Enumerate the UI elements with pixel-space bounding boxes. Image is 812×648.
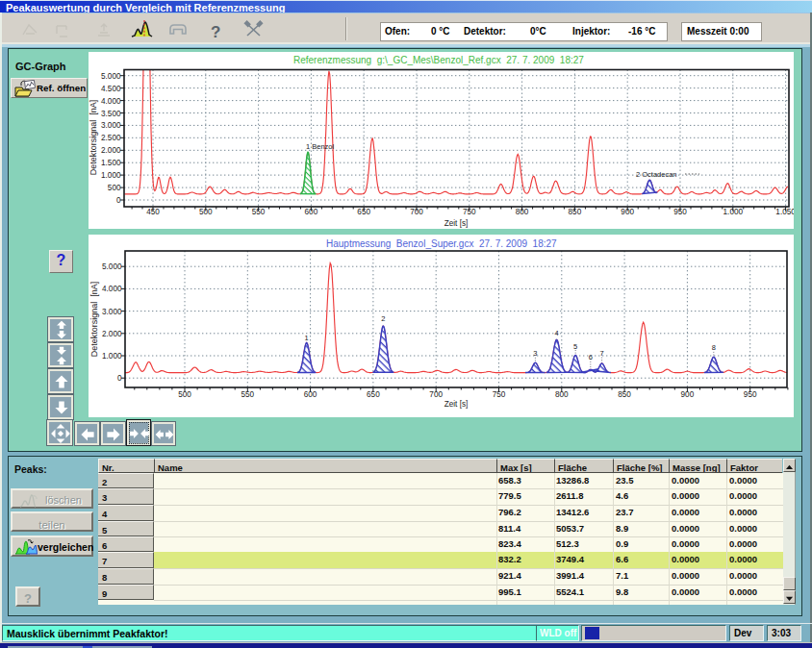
svg-text:500: 500 xyxy=(108,184,121,192)
svg-text:1: 1 xyxy=(305,334,309,342)
svg-text:500: 500 xyxy=(178,390,191,399)
svg-text:550: 550 xyxy=(252,208,266,216)
svg-text:5.000: 5.000 xyxy=(101,72,121,81)
svg-text:?: ? xyxy=(211,23,220,41)
svg-text:1.000: 1.000 xyxy=(101,171,121,180)
svg-text:3.500: 3.500 xyxy=(101,110,121,118)
svg-text:800: 800 xyxy=(516,208,529,216)
svg-text:750: 750 xyxy=(463,208,476,216)
svg-text:500: 500 xyxy=(199,208,213,216)
svg-text:5.000: 5.000 xyxy=(102,262,122,271)
svg-text:650: 650 xyxy=(357,208,370,216)
svg-text:1 Benzol: 1 Benzol xyxy=(306,142,335,151)
svg-text:Referenzmessung g:\_GC_Mes\Be: Referenzmessung g:\_GC_Mes\Benzol_Ref.gc… xyxy=(293,55,584,65)
svg-text:2: 2 xyxy=(381,314,385,323)
svg-text:2 Octadecan: 2 Octadecan xyxy=(636,170,677,179)
svg-text:8: 8 xyxy=(712,343,716,352)
svg-text:800: 800 xyxy=(555,390,569,399)
svg-text:1.000: 1.000 xyxy=(102,352,122,361)
svg-text:4.500: 4.500 xyxy=(101,85,121,93)
svg-text:Hauptmessung Benzol_Super.gcx: Hauptmessung Benzol_Super.gcx 27. 7. 200… xyxy=(326,238,557,249)
svg-text:Detektorsignal [nA]: Detektorsignal [nA] xyxy=(89,282,99,358)
svg-text:6: 6 xyxy=(589,353,593,361)
svg-text:850: 850 xyxy=(569,208,582,216)
svg-text:1.050: 1.050 xyxy=(775,208,794,216)
svg-text:4.000: 4.000 xyxy=(101,97,121,106)
svg-text:2.000: 2.000 xyxy=(101,146,121,155)
svg-text:7: 7 xyxy=(600,349,604,358)
svg-text:3.000: 3.000 xyxy=(101,121,121,130)
svg-text:950: 950 xyxy=(744,390,757,399)
svg-text:Detektorsignal [nA]: Detektorsignal [nA] xyxy=(89,100,98,176)
svg-text:900: 900 xyxy=(621,208,634,216)
svg-text:1.000: 1.000 xyxy=(723,208,744,216)
svg-text:0: 0 xyxy=(117,374,122,383)
svg-text:Zeit [s]: Zeit [s] xyxy=(444,219,469,228)
svg-text:4.000: 4.000 xyxy=(102,285,122,293)
svg-text:0: 0 xyxy=(116,196,121,205)
svg-text:850: 850 xyxy=(618,390,631,399)
svg-text:550: 550 xyxy=(241,390,254,399)
svg-text:600: 600 xyxy=(305,208,318,216)
svg-text:450: 450 xyxy=(146,208,160,216)
svg-text:3: 3 xyxy=(533,349,537,358)
svg-text:900: 900 xyxy=(681,390,695,399)
svg-text:700: 700 xyxy=(410,208,423,216)
svg-text:2.500: 2.500 xyxy=(101,134,121,142)
svg-text:Zeit [s]: Zeit [s] xyxy=(444,400,469,409)
svg-text:3.000: 3.000 xyxy=(102,308,122,316)
svg-text:950: 950 xyxy=(673,208,687,216)
svg-text:600: 600 xyxy=(304,390,317,399)
svg-text:2.000: 2.000 xyxy=(102,330,122,338)
svg-text:700: 700 xyxy=(429,390,443,399)
svg-text:1.500: 1.500 xyxy=(101,159,121,167)
svg-text:750: 750 xyxy=(493,390,506,399)
svg-text:650: 650 xyxy=(367,390,380,399)
svg-text:5: 5 xyxy=(573,342,577,351)
svg-text:4: 4 xyxy=(555,329,559,337)
